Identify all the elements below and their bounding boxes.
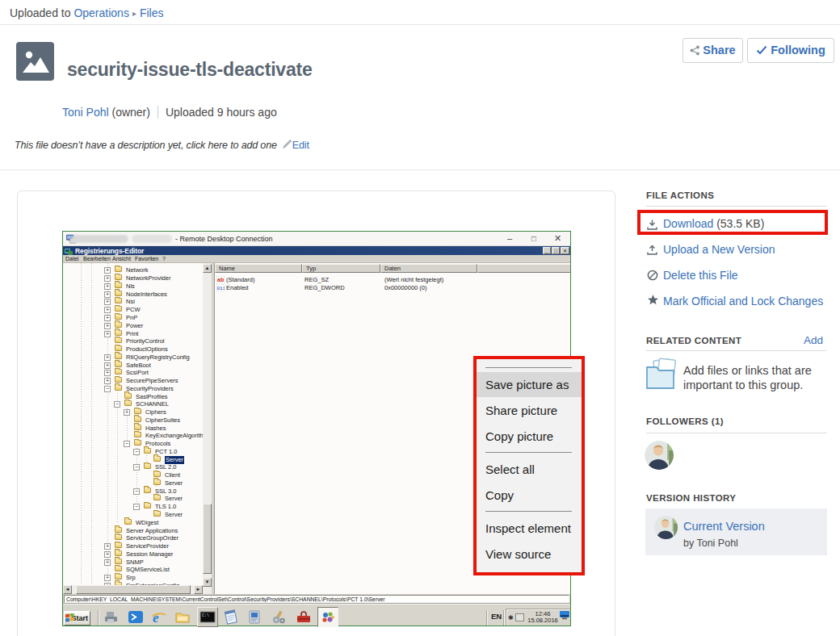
svg-text:ab: ab <box>217 277 224 282</box>
svg-text:011: 011 <box>217 286 225 291</box>
svg-text:C:\: C:\ <box>202 613 209 618</box>
svg-text:e: e <box>153 610 159 626</box>
